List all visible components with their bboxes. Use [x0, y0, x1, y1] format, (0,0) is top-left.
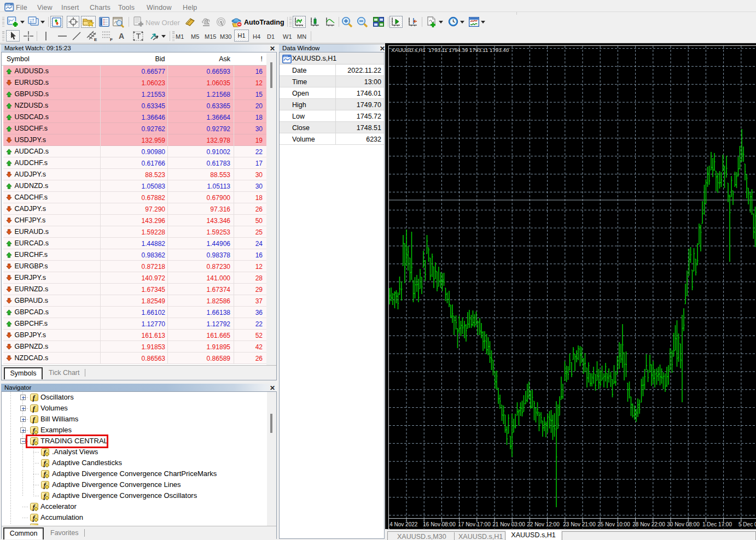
svg-text:21 Nov 03:00: 21 Nov 03:00 — [492, 521, 525, 527]
svg-text:28 Nov 22:00: 28 Nov 22:00 — [632, 521, 665, 527]
svg-text:22 Nov 12:00: 22 Nov 12:00 — [527, 521, 560, 527]
svg-text:5 Dec 02:00: 5 Dec 02:00 — [738, 521, 756, 527]
svg-text:16 Nov 08:00: 16 Nov 08:00 — [423, 521, 456, 527]
svg-text:17 Nov 17:00: 17 Nov 17:00 — [458, 521, 491, 527]
svg-text:25 Nov 10:00: 25 Nov 10:00 — [597, 521, 630, 527]
svg-text:23 Nov 21:00: 23 Nov 21:00 — [563, 521, 596, 527]
svg-text:E: E — [94, 37, 97, 42]
svg-text:30 Nov 08:00: 30 Nov 08:00 — [667, 521, 700, 527]
svg-text:1 Dec 17:00: 1 Dec 17:00 — [702, 521, 732, 527]
svg-text:XAUUSD.s,H1 1793.11 1794.39 1: XAUUSD.s,H1 1793.11 1794.39 1793.11 1793… — [391, 47, 509, 53]
svg-text:14 Nov 2022: 14 Nov 2022 — [389, 521, 418, 527]
svg-text:F: F — [110, 37, 113, 42]
